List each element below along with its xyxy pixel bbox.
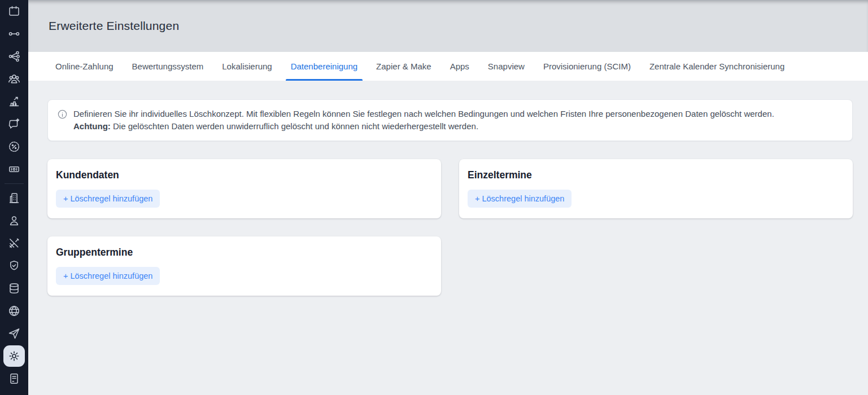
shield-check-icon: [7, 259, 21, 273]
sidebar-item-data[interactable]: [0, 277, 28, 300]
discount-icon: [7, 140, 21, 153]
deletion-rule-cards: Kundendaten + Löschregel hinzufügen Einz…: [47, 159, 853, 296]
chart-growth-icon: [7, 95, 21, 108]
page-title: Erweiterte Einstellungen: [49, 19, 179, 33]
info-warning-text: Die gelöschten Daten werden unwiderrufli…: [113, 121, 478, 131]
card-title-kundendaten: Kundendaten: [56, 169, 432, 181]
user-icon: [7, 214, 21, 227]
link-icon: [7, 27, 21, 41]
tab-bewertungssystem[interactable]: Bewertungssystem: [127, 52, 209, 81]
sidebar-item-services[interactable]: [0, 232, 28, 254]
sidebar-item-pos[interactable]: [0, 158, 28, 181]
tab-online-zahlung[interactable]: Online-Zahlung: [50, 52, 119, 81]
sidebar-item-calendar[interactable]: [0, 0, 28, 23]
sidebar-item-discounts[interactable]: [0, 135, 28, 158]
card-title-gruppentermine: Gruppentermine: [56, 247, 432, 258]
sidebar-item-share[interactable]: [0, 45, 28, 68]
sidebar-item-team[interactable]: [0, 68, 28, 90]
notes-icon: [7, 372, 21, 385]
tab-datenbereinigung[interactable]: Datenbereinigung: [286, 52, 363, 81]
tab-zentrale-kalender-synchronisierung[interactable]: Zentrale Kalender Synchronisierung: [644, 52, 790, 81]
review-star-icon: [7, 117, 21, 131]
info-warning-label: Achtung:: [73, 121, 111, 131]
tab-provisionierung-scim[interactable]: Provisionierung (SCIM): [538, 52, 636, 81]
sidebar: [0, 0, 28, 395]
sidebar-item-campaigns[interactable]: [0, 322, 28, 345]
info-banner-text: Definieren Sie ihr individuelles Löschko…: [73, 108, 774, 133]
tab-content-datenbereinigung: Definieren Sie ihr individuelles Löschko…: [28, 81, 868, 395]
add-deletion-rule-button-einzeltermine[interactable]: + Löschregel hinzufügen: [468, 190, 572, 208]
calendar-icon: [7, 5, 21, 18]
tab-apps[interactable]: Apps: [445, 52, 474, 81]
sidebar-item-documents[interactable]: [0, 367, 28, 390]
info-circle-icon: [57, 109, 68, 120]
info-banner: Definieren Sie ihr individuelles Löschko…: [47, 99, 853, 141]
share-network-icon: [7, 50, 21, 63]
send-icon: [7, 327, 21, 340]
add-deletion-rule-button-gruppentermine[interactable]: + Löschregel hinzufügen: [56, 267, 160, 285]
sidebar-item-link[interactable]: [0, 23, 28, 45]
tools-icon: [7, 236, 21, 250]
database-icon: [7, 282, 21, 295]
card-gruppentermine: Gruppentermine + Löschregel hinzufügen: [47, 236, 441, 296]
sidebar-item-online[interactable]: [0, 300, 28, 322]
info-description: Definieren Sie ihr individuelles Löschko…: [73, 109, 774, 118]
sidebar-item-company[interactable]: [0, 187, 28, 209]
tab-snapview[interactable]: Snapview: [483, 52, 530, 81]
sidebar-item-statistics[interactable]: [0, 90, 28, 113]
tab-lokalisierung[interactable]: Lokalisierung: [217, 52, 277, 81]
add-deletion-rule-button-kundendaten[interactable]: + Löschregel hinzufügen: [56, 190, 160, 208]
sidebar-item-settings[interactable]: [0, 345, 28, 367]
pos-terminal-icon: [7, 163, 21, 176]
settings-tabbar: Online-Zahlung Bewertungssystem Lokalisi…: [28, 52, 868, 81]
card-einzeltermine: Einzeltermine + Löschregel hinzufügen: [459, 159, 853, 218]
sidebar-item-reviews[interactable]: [0, 113, 28, 135]
card-kundendaten: Kundendaten + Löschregel hinzufügen: [47, 159, 441, 218]
users-icon: [7, 72, 21, 86]
settings-icon: [7, 349, 21, 363]
sidebar-divider: [5, 183, 24, 184]
tab-zapier-make[interactable]: Zapier & Make: [371, 52, 437, 81]
page-header: Erweiterte Einstellungen: [28, 0, 868, 52]
globe-icon: [7, 304, 21, 318]
card-title-einzeltermine: Einzeltermine: [468, 169, 844, 181]
sidebar-item-profile[interactable]: [0, 209, 28, 232]
company-icon: [7, 191, 21, 205]
sidebar-item-security[interactable]: [0, 254, 28, 277]
